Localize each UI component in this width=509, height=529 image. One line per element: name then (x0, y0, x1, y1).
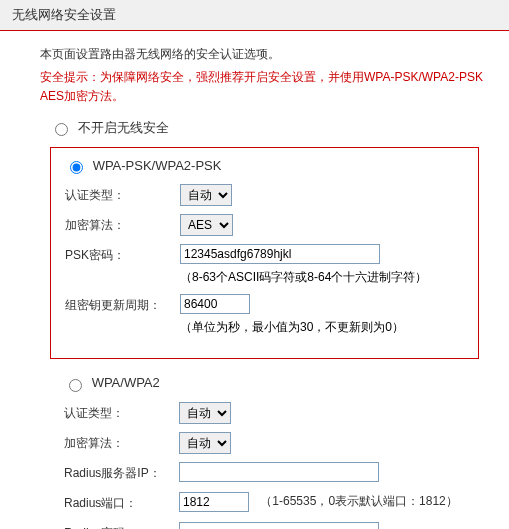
wpapsk-psk-input[interactable] (180, 244, 380, 264)
wpa-radius-port-label: Radius端口： (64, 492, 179, 512)
wpa-radius-ip-input[interactable] (179, 462, 379, 482)
radio-wpa-row: WPA/WPA2 (64, 375, 465, 392)
wpa-auth-type-label: 认证类型： (64, 402, 179, 422)
page-header: 无线网络安全设置 (0, 0, 509, 31)
wpapsk-gk-field: 组密钥更新周期： （单位为秒，最小值为30，不更新则为0） (65, 294, 464, 336)
security-warning: 安全提示：为保障网络安全，强烈推荐开启安全设置，并使用WPA-PSK/WPA2-… (40, 68, 489, 106)
radio-wpa-psk-row: WPA-PSK/WPA2-PSK (65, 158, 464, 175)
wpapsk-psk-hint: （8-63个ASCII码字符或8-64个十六进制字符） (180, 268, 464, 286)
wpa-psk-section: WPA-PSK/WPA2-PSK 认证类型： 自动 加密算法： AES PSK密… (50, 147, 479, 360)
wpapsk-auth-type-field: 认证类型： 自动 (65, 184, 464, 206)
wpa-auth-type-field: 认证类型： 自动 (64, 402, 465, 424)
wpapsk-gk-hint: （单位为秒，最小值为30，不更新则为0） (180, 318, 464, 336)
wpapsk-auth-type-label: 认证类型： (65, 184, 180, 204)
wpapsk-psk-label: PSK密码： (65, 244, 180, 264)
wpa-auth-type-select[interactable]: 自动 (179, 402, 231, 424)
wpa-radius-pw-field: Radius密码： (64, 522, 465, 529)
intro-text: 本页面设置路由器无线网络的安全认证选项。 (40, 45, 489, 64)
wpapsk-cipher-field: 加密算法： AES (65, 214, 464, 236)
wpapsk-psk-field: PSK密码： （8-63个ASCII码字符或8-64个十六进制字符） (65, 244, 464, 286)
wpa-radius-pw-label: Radius密码： (64, 522, 179, 529)
radio-wpa[interactable] (69, 379, 82, 392)
radio-disable-security-label: 不开启无线安全 (78, 120, 169, 135)
page-title: 无线网络安全设置 (12, 7, 116, 22)
wpapsk-gk-input[interactable] (180, 294, 250, 314)
wpa-cipher-label: 加密算法： (64, 432, 179, 452)
wpa-radius-port-hint: （1-65535，0表示默认端口：1812） (260, 494, 457, 508)
radio-disable-security-row: 不开启无线安全 (50, 119, 489, 137)
content-area: 本页面设置路由器无线网络的安全认证选项。 安全提示：为保障网络安全，强烈推荐开启… (0, 31, 509, 529)
wpapsk-cipher-label: 加密算法： (65, 214, 180, 234)
wpa-radius-ip-field: Radius服务器IP： (64, 462, 465, 484)
radio-wpa-psk[interactable] (70, 161, 83, 174)
wpa-radius-port-field: Radius端口： （1-65535，0表示默认端口：1812） (64, 492, 465, 514)
wpapsk-auth-type-select[interactable]: 自动 (180, 184, 232, 206)
wpa-cipher-select[interactable]: 自动 (179, 432, 231, 454)
radio-disable-security[interactable] (55, 123, 68, 136)
wpapsk-gk-label: 组密钥更新周期： (65, 294, 180, 314)
radio-wpa-psk-label: WPA-PSK/WPA2-PSK (93, 158, 222, 173)
wpa-radius-ip-label: Radius服务器IP： (64, 462, 179, 482)
wpa-radius-pw-input[interactable] (179, 522, 379, 529)
wpa-radius-port-input[interactable] (179, 492, 249, 512)
wpa-section: WPA/WPA2 认证类型： 自动 加密算法： 自动 Radius服务器IP： (50, 375, 479, 529)
wpa-cipher-field: 加密算法： 自动 (64, 432, 465, 454)
wpapsk-cipher-select[interactable]: AES (180, 214, 233, 236)
radio-wpa-label: WPA/WPA2 (92, 375, 160, 390)
